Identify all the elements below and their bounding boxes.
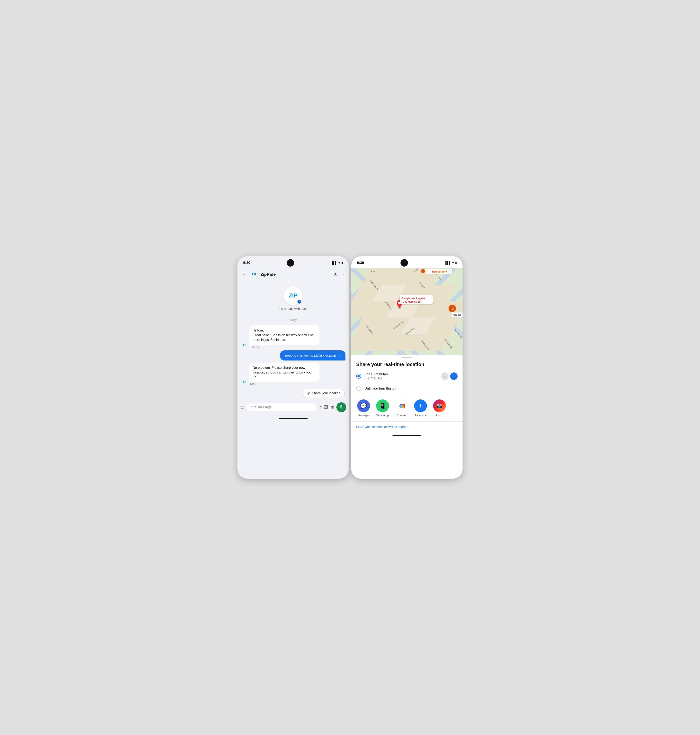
msg2-col: I need to change my pickup location ✓✓: [280, 351, 346, 361]
chat-header: ← ZIP ZipRide ⛨ ⋮: [237, 268, 349, 282]
share-location-label: Share your location: [312, 392, 340, 395]
share-divider: [351, 395, 463, 395]
verified-badge: ✓: [297, 299, 301, 304]
message-3-row: ZIP No problem. Please share your new lo…: [241, 362, 346, 386]
more-menu-icon[interactable]: ⋮: [341, 272, 346, 277]
msg3-avatar: ZIP: [241, 379, 248, 386]
messages-app-label: Messages: [357, 414, 369, 417]
option-15min-sublabel: Until 7:41 PM: [365, 377, 438, 380]
emoji-button[interactable]: ☺: [240, 404, 245, 410]
option-always-text: Until you turn this off: [365, 386, 457, 390]
map-area: Rose Ave 4th Ave 3rd Ave Hampton Dr S Ma…: [351, 268, 463, 355]
left-camera-notch: [287, 259, 294, 267]
facebook-icon-symbol: f: [420, 403, 422, 409]
left-phone: 9:30 ▐▌▌ ▾ ▮ ← ZIP ZipRide ⛨ ⋮ ZIP: [237, 256, 349, 479]
sheet-title: Share your real-time location: [351, 358, 463, 369]
right-wifi-icon: ▾: [452, 261, 454, 265]
decrement-button[interactable]: −: [441, 373, 449, 380]
zip-logo-text: ZIP: [288, 292, 298, 299]
message-2-check: ✓✓: [338, 354, 342, 358]
right-phone: 9:30 ▐▌▌ ▾ ▮: [351, 256, 463, 479]
avatar-text: ZIP: [251, 273, 256, 276]
messages-icon-symbol: 💬: [360, 403, 367, 409]
increment-button[interactable]: +: [450, 373, 457, 380]
share-apps: 💬 Messages 📱 WhatsApp: [351, 396, 463, 421]
shield-icon[interactable]: ⛨: [334, 272, 338, 277]
message-1-text: Hi Tom,Great news! Bob is on his way and…: [253, 329, 313, 342]
message-2-row: I need to change my pickup location ✓✓: [241, 351, 346, 361]
instagram-app-icon: 📷: [433, 399, 446, 412]
image-icon[interactable]: 🖼: [324, 405, 329, 410]
message-input[interactable]: [247, 403, 316, 411]
share-location-button[interactable]: ⊕ Share your location: [303, 389, 345, 398]
option-15min-text: For 15 minutes Until 7:41 PM: [365, 372, 438, 380]
svg-text:nica: nica: [370, 270, 375, 273]
instagram-icon-symbol: 📷: [436, 403, 443, 409]
svg-text:🍽: 🍽: [451, 307, 454, 310]
msg1-avatar: ZIP: [241, 341, 248, 348]
learn-more-link[interactable]: Learn what information will be shared: [351, 423, 463, 433]
refresh-icon[interactable]: ↺: [318, 405, 322, 410]
location-options: For 15 minutes Until 7:41 PM − + Until y…: [351, 369, 463, 394]
option-15min-label: For 15 minutes: [365, 372, 438, 376]
svg-text:Hamburgery: Hamburgery: [432, 270, 447, 273]
msg3-col: No problem. Please share your new locati…: [249, 362, 319, 386]
option-always-label: Until you turn this off: [365, 386, 457, 390]
left-status-bar: 9:30 ▐▌▌ ▾ ▮: [237, 256, 349, 268]
option-always[interactable]: Until you turn this off: [356, 383, 457, 394]
share-app-instagram[interactable]: 📷 Inst...: [431, 399, 448, 417]
chat-messages: Today ZIP Hi Tom,Great news! Bob is on h…: [237, 314, 349, 400]
share-app-whatsapp[interactable]: 📱 WhatsApp: [374, 399, 391, 417]
message-1-bubble: Hi Tom,Great news! Bob is on his way and…: [249, 325, 319, 345]
right-signal-icon: ▐▌▌: [444, 261, 451, 265]
battery-icon: ▮: [341, 261, 343, 265]
mic-icon: 🎙: [339, 405, 344, 410]
zip-profile-section: ZIP ✓ Zip around with ease: [237, 282, 349, 314]
map-svg: Rose Ave 4th Ave 3rd Ave Hampton Dr S Ma…: [351, 268, 463, 355]
right-battery-icon: ▮: [455, 261, 457, 265]
left-home-indicator: [279, 418, 307, 419]
whatsapp-app-icon: 📱: [376, 399, 389, 412]
chrome-app-label: Chrome: [397, 414, 406, 417]
chrome-svg: [397, 402, 406, 410]
facebook-app-label: Facebook: [415, 414, 426, 417]
back-button[interactable]: ←: [241, 271, 247, 278]
add-icon[interactable]: ⊕: [331, 405, 334, 410]
option-15min[interactable]: For 15 minutes Until 7:41 PM − +: [356, 369, 457, 383]
header-actions: ⛨ ⋮: [334, 272, 346, 277]
radio-always[interactable]: [356, 386, 361, 391]
svg-point-61: [421, 269, 425, 273]
verified-check-icon: ✓: [299, 301, 300, 303]
svg-text:Gjusta: Gjusta: [453, 313, 461, 316]
svg-text:- 340 Main Street: - 340 Main Street: [401, 300, 421, 303]
chat-title: ZipRide: [260, 272, 331, 277]
date-label: Today: [241, 318, 346, 321]
left-status-icons: ▐▌▌ ▾ ▮: [331, 261, 343, 265]
zip-tagline: Zip around with ease: [279, 307, 307, 310]
wifi-icon: ▾: [338, 261, 340, 265]
share-app-messages[interactable]: 💬 Messages: [355, 399, 372, 417]
signal-icon: ▐▌▌: [331, 261, 337, 265]
zip-profile-avatar: ZIP ✓: [284, 286, 302, 305]
bottom-sheet: Share your real-time location For 15 min…: [351, 357, 463, 433]
chrome-app-icon: [395, 399, 408, 412]
whatsapp-icon-symbol: 📱: [379, 402, 387, 409]
svg-text:Google Los Angeles: Google Los Angeles: [401, 297, 425, 300]
message-2-text: I need to change my pickup location: [284, 353, 336, 358]
option-15min-controls: − +: [441, 373, 457, 380]
message-3-time: Now: [249, 383, 319, 386]
message-1-time: 7:22 PM: [249, 345, 319, 348]
radio-15min-inner: [357, 375, 360, 377]
screens-container: 9:30 ▐▌▌ ▾ ▮ ← ZIP ZipRide ⛨ ⋮ ZIP: [237, 256, 463, 479]
left-time: 9:30: [243, 261, 250, 265]
right-status-icons: ▐▌▌ ▾ ▮: [444, 261, 457, 265]
location-icon: ⊕: [307, 391, 310, 396]
share-app-facebook[interactable]: f Facebook: [412, 399, 429, 417]
mic-button[interactable]: 🎙: [337, 402, 346, 412]
right-time: 9:30: [357, 261, 364, 265]
right-home-indicator: [393, 435, 421, 436]
message-3-text: No problem. Please share your new locati…: [253, 366, 312, 379]
share-app-chrome[interactable]: Chrome: [393, 399, 410, 417]
svg-point-66: [401, 405, 402, 406]
radio-15min[interactable]: [356, 374, 361, 379]
